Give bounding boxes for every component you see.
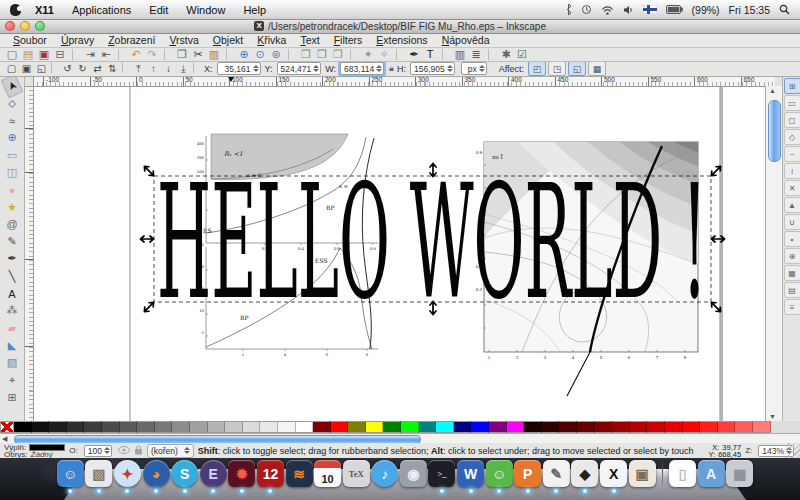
cut-button[interactable]: ✂ [190,48,206,61]
connector-tool[interactable]: ⊞ [2,389,22,405]
palette-swatch[interactable] [49,421,67,433]
palette-swatch[interactable] [419,421,437,433]
save-button[interactable]: ▣ [36,48,52,61]
unlink-clone-button[interactable]: ❐ [330,48,346,61]
gradient-tool[interactable]: ▧ [2,355,22,371]
bluetooth-icon[interactable] [565,4,572,15]
edit-clone-button[interactable]: ✧ [376,48,392,61]
keyboard-layout-flag-icon[interactable] [643,5,657,14]
raise-button[interactable]: ↑ [146,62,161,75]
menu-napoveda[interactable]: Nápověda [435,34,497,46]
palette-swatch[interactable] [32,421,50,433]
spotlight-icon[interactable] [779,4,790,15]
volume-icon[interactable] [623,5,634,15]
zoom-selection-button[interactable]: ⊚ [268,48,284,61]
x-coord-input[interactable]: 35,161 [217,62,261,75]
layer-select[interactable]: (kořen) [147,444,194,458]
no-color-swatch[interactable] [0,421,14,433]
tweak-tool[interactable]: ≈ [2,113,22,129]
snap-intersections-button[interactable]: ✕ [784,180,800,196]
palette-swatch[interactable] [366,421,384,433]
unit-select[interactable]: px [461,62,487,75]
snap-page-border-button[interactable]: ▦ [784,265,800,281]
snap-bbox-edges-button[interactable]: ◻ [784,112,800,128]
horizontal-ruler[interactable]: -100-50050100150200250300350400450500550… [33,76,775,87]
select-all-button[interactable]: ▢ [4,62,19,75]
scroll-up-arrow[interactable]: ▲ [769,87,776,94]
hello-world-text[interactable]: HELLO WORLD ! [157,150,707,334]
vertical-scrollbar[interactable]: ▲ ▼ [765,86,782,421]
menubar-item[interactable]: Window [186,4,225,16]
palette-swatch[interactable] [753,421,771,433]
palette-swatch[interactable] [735,421,753,433]
apple-menu-icon[interactable] [10,4,21,16]
copy-button[interactable]: ❐ [174,48,190,61]
snap-nodes-button[interactable]: ~ [784,146,800,162]
palette-swatch[interactable] [348,421,366,433]
palette-swatch[interactable] [137,421,155,433]
snap-guides-button[interactable]: ≡ [784,299,800,315]
palette-swatch[interactable] [84,421,102,433]
menu-text[interactable]: Text [293,34,326,46]
menu-filters[interactable]: Filters [327,34,370,46]
new-document-button[interactable]: ▢ [4,48,20,61]
palette-swatch[interactable] [524,421,542,433]
layer-visibility-icon[interactable] [118,446,130,456]
node-tool[interactable]: ⬦ [2,95,22,111]
text-dialog-button[interactable]: T [422,48,438,61]
lower-to-bottom-button[interactable]: ⤓ [176,62,191,75]
canvas[interactable]: Rᵥ <1 κ = κ̄ κ = BP ES ESS κ* BP 400 300… [33,86,765,421]
fill-stroke-indicator[interactable]: Výplň: Obrys:Žádný [4,444,65,458]
menubar-item[interactable]: X11 [35,4,54,16]
deselect-button[interactable]: ◱ [34,62,49,75]
menu-krivka[interactable]: Křivka [250,34,293,46]
scroll-left-arrow[interactable]: ◀ [2,435,7,443]
rotate-cw-button[interactable]: ↻ [75,62,90,75]
menu-clock[interactable]: Fri 15:35 [729,4,770,16]
palette-swatch[interactable] [647,421,665,433]
ellipse-tool[interactable]: ● [2,182,22,198]
menubar-item[interactable]: Applications [72,4,131,16]
fill-stroke-dialog-button[interactable]: ✒ [406,48,422,61]
menu-soubor[interactable]: Soubor [6,34,54,46]
duplicate-button[interactable]: ❐ [298,48,314,61]
time-machine-icon[interactable] [581,4,592,15]
palette-swatch[interactable] [436,421,454,433]
palette-swatch[interactable] [665,421,683,433]
zoom-drawing-button[interactable]: ⊕ [236,48,252,61]
export-button[interactable]: ⇤ [98,48,114,61]
snap-midpoints-button[interactable]: • [784,231,800,247]
resize-grip[interactable] [786,443,800,458]
palette-swatch[interactable] [542,421,560,433]
palette-swatch[interactable] [225,421,243,433]
spellcheck-button[interactable]: ☑ [514,48,530,61]
window-title-bar[interactable]: X /Users/petrondracek/Desktop/BIF FIG Mu… [0,19,800,34]
palette-swatch[interactable] [120,421,138,433]
bucket-fill-tool[interactable]: ◣ [2,337,22,353]
palette-swatch[interactable] [331,421,349,433]
dropper-tool[interactable]: ⌖ [2,372,22,388]
menubar-item[interactable]: Edit [149,4,168,16]
opacity-input[interactable]: 100 [84,445,112,457]
menu-vrstva[interactable]: Vrstva [162,34,205,46]
rotate-ccw-button[interactable]: ↺ [60,62,75,75]
spiral-tool[interactable]: @ [2,216,22,232]
affect-rotate-button[interactable]: ◳ [548,61,566,76]
star-tool[interactable]: ★ [2,199,22,215]
redo-button[interactable]: ↷ [144,48,160,61]
zoom-tool[interactable]: ⊕ [2,130,22,146]
flip-vertical-button[interactable]: ⇅ [105,62,120,75]
palette-swatch[interactable] [260,421,278,433]
calligraphy-tool[interactable]: ╲ [2,268,22,284]
palette-swatch[interactable] [102,421,120,433]
align-distribute-button[interactable]: ≣ [468,48,484,61]
raise-to-top-button[interactable]: ⤒ [131,62,146,75]
snap-smooth-nodes-button[interactable]: ∪ [784,214,800,230]
layer-lock-icon[interactable] [134,445,143,457]
scroll-down-arrow[interactable]: ▼ [769,413,776,420]
flip-horizontal-button[interactable]: ⇄ [90,62,105,75]
pencil-tool[interactable]: ✎ [2,234,22,250]
vertical-ruler[interactable] [24,86,34,421]
snap-grids-button[interactable]: ▤ [784,282,800,298]
wifi-icon[interactable] [601,5,614,15]
